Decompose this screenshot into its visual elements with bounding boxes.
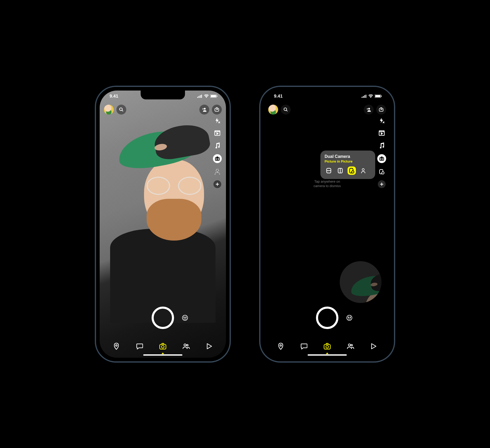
- dismiss-hint: Tap anywhere on camera to dismiss: [264, 179, 390, 188]
- layout-vertical-option[interactable]: [336, 166, 344, 175]
- cellular-icon: [197, 95, 202, 98]
- nav-stories[interactable]: [181, 341, 191, 351]
- svg-point-72: [280, 345, 282, 346]
- home-indicator[interactable]: [143, 354, 182, 356]
- camera-flip-button[interactable]: [212, 105, 222, 115]
- svg-marker-34: [207, 344, 212, 349]
- camera-flip-button[interactable]: [376, 105, 386, 115]
- nav-camera[interactable]: [158, 341, 168, 351]
- dual-camera-button[interactable]: [377, 154, 386, 163]
- svg-point-75: [348, 344, 350, 346]
- nav-indicator: [162, 353, 164, 354]
- dual-camera-small-icon: [379, 169, 385, 175]
- svg-line-8: [122, 110, 123, 111]
- svg-point-29: [116, 345, 117, 346]
- play-icon: [371, 343, 377, 349]
- svg-point-7: [119, 108, 122, 111]
- video-icon: [214, 130, 220, 136]
- nav-spotlight[interactable]: [368, 341, 379, 351]
- music-button[interactable]: [213, 142, 221, 150]
- chat-icon: [301, 343, 307, 349]
- svg-rect-30: [160, 344, 166, 349]
- add-friend-icon: [366, 107, 371, 112]
- svg-rect-3: [201, 95, 202, 98]
- search-icon: [119, 107, 124, 112]
- svg-rect-35: [362, 97, 362, 98]
- person-outline-button[interactable]: [213, 168, 221, 176]
- picture-in-picture-icon: [349, 168, 354, 174]
- chat-icon: [136, 343, 143, 349]
- status-indicators: [197, 94, 218, 98]
- shutter-button[interactable]: [316, 307, 338, 329]
- cellular-icon: [362, 95, 367, 98]
- camera-icon: [324, 343, 331, 350]
- svg-point-74: [326, 345, 328, 348]
- people-icon: [182, 343, 190, 349]
- svg-point-42: [284, 108, 287, 111]
- person-outline-icon: [214, 169, 220, 175]
- svg-point-33: [187, 344, 188, 346]
- layout-pip-option[interactable]: [348, 166, 356, 175]
- dual-camera-small-button[interactable]: [378, 168, 386, 176]
- layout-cutout-option[interactable]: [359, 166, 367, 175]
- nav-spotlight[interactable]: [204, 341, 214, 351]
- profile-avatar[interactable]: [268, 105, 278, 115]
- map-pin-icon: [113, 343, 119, 350]
- nav-map[interactable]: [276, 341, 286, 351]
- flash-toggle[interactable]: [378, 117, 386, 124]
- add-friend-button[interactable]: [364, 105, 374, 115]
- more-tools-button[interactable]: [213, 180, 221, 188]
- bottom-nav: [100, 341, 226, 351]
- phone-frame-right: 9.41: [259, 86, 395, 362]
- music-button[interactable]: [378, 142, 386, 150]
- profile-avatar[interactable]: [104, 105, 114, 115]
- video-button[interactable]: [378, 129, 386, 137]
- home-indicator[interactable]: [308, 354, 347, 356]
- layout-horizontal-option[interactable]: [325, 166, 333, 175]
- flash-toggle[interactable]: [213, 117, 221, 124]
- nav-stories[interactable]: [345, 341, 356, 351]
- dual-camera-icon: [215, 156, 220, 161]
- flash-off-icon: [379, 117, 385, 124]
- shutter-button[interactable]: [152, 307, 174, 329]
- svg-marker-20: [217, 133, 218, 134]
- wifi-icon: [204, 94, 209, 98]
- top-overlay-row: [268, 105, 386, 115]
- lens-carousel-button[interactable]: [181, 314, 189, 322]
- svg-point-59: [382, 172, 384, 174]
- phone-frame-left: 9.41: [95, 86, 231, 362]
- hint-line-2: camera to dismiss: [314, 184, 341, 188]
- search-button[interactable]: [116, 105, 126, 115]
- dual-camera-panel[interactable]: Dual Camera Picture in Picture: [320, 151, 375, 179]
- nav-chat[interactable]: [299, 341, 309, 351]
- notch: [141, 91, 185, 99]
- screen: 9.41: [100, 91, 226, 358]
- music-icon: [214, 142, 220, 149]
- emoji-icon: [182, 315, 188, 321]
- camera-flip-icon: [379, 107, 384, 112]
- dual-camera-options: [325, 166, 371, 175]
- video-icon: [379, 130, 385, 136]
- lens-carousel-button[interactable]: [345, 314, 354, 322]
- svg-rect-38: [366, 95, 366, 98]
- add-friend-button[interactable]: [199, 105, 209, 115]
- svg-rect-40: [375, 95, 380, 97]
- svg-point-28: [186, 317, 186, 318]
- svg-point-23: [216, 169, 219, 172]
- flash-off-icon: [214, 117, 220, 124]
- svg-marker-77: [372, 344, 376, 349]
- nav-chat[interactable]: [134, 341, 145, 351]
- svg-point-68: [362, 169, 364, 171]
- nav-camera[interactable]: [322, 341, 332, 351]
- bottom-nav: [264, 341, 390, 351]
- nav-map[interactable]: [111, 341, 122, 351]
- search-button[interactable]: [281, 105, 291, 115]
- pip-preview[interactable]: [340, 261, 381, 303]
- svg-point-70: [348, 317, 349, 318]
- svg-point-31: [162, 345, 164, 348]
- cutout-icon: [361, 168, 366, 174]
- dual-camera-button[interactable]: [213, 154, 222, 163]
- dual-camera-title: Dual Camera: [325, 154, 371, 159]
- battery-icon: [210, 94, 218, 98]
- video-button[interactable]: [213, 129, 221, 137]
